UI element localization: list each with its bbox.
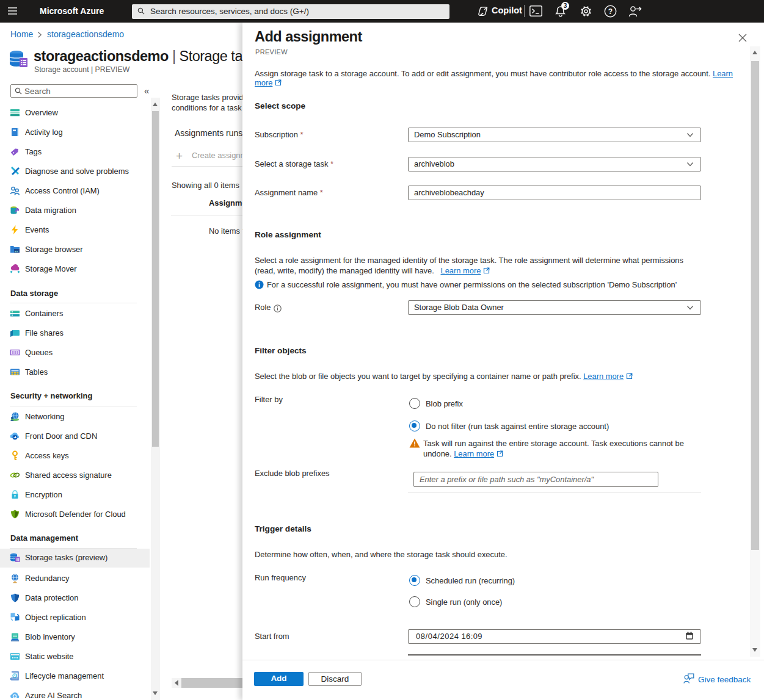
svg-text:?: ?: [608, 7, 613, 16]
